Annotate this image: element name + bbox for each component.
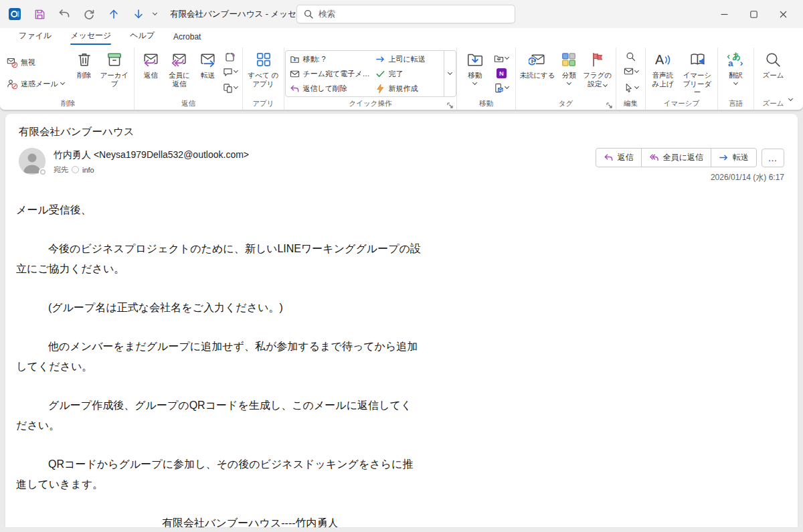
- message-body: メール受信後、 今後のビジネスプロジェクトのために、新しいLINEワーキンググル…: [16, 200, 421, 527]
- translate-button[interactable]: あa 翻訳: [721, 49, 751, 84]
- magnifier-icon: [764, 51, 782, 69]
- read-aloud-button[interactable]: A 音声読み上げ: [648, 49, 677, 88]
- follow-up-flag-button[interactable]: フラグの設定: [582, 49, 613, 88]
- redo-button[interactable]: [82, 7, 96, 21]
- search-box[interactable]: [296, 5, 515, 23]
- quickstep-team-email-button[interactable]: チーム宛て電子メ…: [290, 69, 375, 79]
- actions-doc-icon: [494, 83, 504, 93]
- check-icon: [375, 69, 385, 79]
- body-paragraph: 今後のビジネスプロジェクトのために、新しいLINEワーキンググループの設立にご協…: [16, 239, 421, 279]
- maximize-button[interactable]: [739, 3, 768, 25]
- ribbon-group-language: あa 翻訳 言語: [717, 48, 753, 110]
- title-bar: 有限会社バンブーハウス - メッセージ (HTML 形…: [0, 0, 803, 28]
- move-up-button[interactable]: [107, 7, 120, 21]
- tab-file[interactable]: ファイル: [11, 27, 60, 46]
- ribbon-group-quick-steps: 移動: ? 上司に転送 チーム宛て電子メ…: [284, 48, 456, 110]
- archive-button[interactable]: アーカイブ: [99, 49, 130, 88]
- actions-button[interactable]: [494, 81, 509, 94]
- delete-button[interactable]: 削除: [70, 49, 99, 80]
- message-action-group: 返信 全員に返信 転送: [596, 148, 757, 167]
- select-button[interactable]: [624, 81, 638, 94]
- categorize-button[interactable]: 分類: [556, 49, 582, 84]
- mark-unread-button[interactable]: 未読にする: [519, 49, 556, 80]
- chevron-down-icon: [603, 82, 608, 86]
- more-actions-button[interactable]: …: [762, 149, 784, 167]
- ribbon-group-zoom: ズーム ズーム: [753, 48, 792, 110]
- recipient-name[interactable]: info: [82, 166, 94, 174]
- chevron-down-icon: [447, 70, 452, 75]
- message-header: 竹内勇人 <Neysa1979Della532@outlook.com> 宛先 …: [19, 148, 784, 183]
- categorize-icon: [560, 51, 577, 69]
- junk-person-icon: [7, 78, 18, 90]
- qat-customize-chevron-icon[interactable]: [153, 11, 157, 15]
- quickstep-done-button[interactable]: 完了: [375, 69, 442, 79]
- forward-button[interactable]: 転送: [194, 49, 221, 80]
- envelope-icon: [624, 66, 634, 76]
- screens-icon: [223, 83, 233, 93]
- group-label-quick-steps: クイック操作: [287, 98, 454, 110]
- quickstep-reply-delete-button[interactable]: 返信して削除: [290, 84, 375, 94]
- zoom-button[interactable]: ズーム: [758, 49, 789, 80]
- immersive-reader-icon: [689, 51, 707, 69]
- arrow-right-icon: [375, 54, 385, 64]
- window-controls: [709, 3, 798, 25]
- reply-arrow-icon: [290, 84, 300, 94]
- reply-all-action-button[interactable]: 全員に返信: [641, 149, 711, 167]
- quickstep-move-button[interactable]: 移動: ?: [290, 54, 375, 64]
- outlook-logo-icon: [8, 7, 21, 21]
- outlook-message-window: 有限会社バンブーハウス - メッセージ (HTML 形… ファイル メッセージ …: [0, 0, 803, 532]
- reply-all-envelope-icon: [170, 51, 188, 69]
- save-button[interactable]: [33, 7, 46, 21]
- chat-reply-button[interactable]: [223, 65, 238, 78]
- close-button[interactable]: [768, 3, 798, 25]
- ignore-button[interactable]: 無視: [7, 56, 68, 69]
- reply-envelope-icon: [142, 51, 160, 69]
- quick-steps-dialog-launcher[interactable]: [446, 100, 454, 108]
- ribbon-tab-row: ファイル メッセージ ヘルプ Acrobat: [0, 28, 803, 46]
- svg-text:N: N: [499, 70, 504, 77]
- onenote-button[interactable]: N: [497, 68, 507, 78]
- tab-acrobat[interactable]: Acrobat: [165, 29, 209, 46]
- reply-button[interactable]: 返信: [137, 49, 165, 80]
- quickstep-create-new-button[interactable]: 新規作成: [375, 84, 442, 94]
- move-button[interactable]: 移動: [460, 49, 490, 84]
- sender-avatar[interactable]: [19, 148, 46, 175]
- meeting-reply-button[interactable]: [225, 52, 236, 62]
- translate-icon: あa: [727, 51, 745, 69]
- quickstep-forward-manager-button[interactable]: 上司に転送: [375, 54, 442, 64]
- ribbon-group-respond: 返信 全員に返信 転送: [134, 48, 242, 110]
- forward-action-button[interactable]: 転送: [711, 149, 756, 167]
- tab-help[interactable]: ヘルプ: [122, 27, 163, 46]
- reply-action-button[interactable]: 返信: [596, 149, 641, 167]
- group-label-tags: タグ: [519, 98, 613, 110]
- ribbon: 無視 迷惑メール 削除: [0, 46, 803, 110]
- body-paragraph: (グループ名は正式な会社名をご入力ください。): [16, 298, 421, 318]
- sender-name-email: 竹内勇人 <Neysa1979Della532@outlook.com>: [54, 149, 249, 161]
- undo-button[interactable]: [58, 7, 71, 21]
- search-input[interactable]: [319, 9, 508, 19]
- tab-message[interactable]: メッセージ: [62, 27, 119, 46]
- chevron-down-icon: [472, 80, 477, 84]
- junk-mail-button[interactable]: 迷惑メール: [7, 77, 68, 90]
- minimize-button[interactable]: [709, 3, 739, 25]
- all-apps-button[interactable]: すべて の アプリ: [246, 49, 281, 88]
- move-down-button[interactable]: [132, 7, 145, 21]
- immersive-reader-button[interactable]: イマーシブリーダー: [680, 49, 715, 96]
- chevron-down-icon: [505, 84, 509, 89]
- rules-button[interactable]: [494, 52, 509, 65]
- share-to-teams-button[interactable]: [223, 81, 238, 94]
- chevron-down-icon: [234, 68, 238, 73]
- chevron-down-icon: [634, 68, 638, 72]
- tags-dialog-launcher[interactable]: [606, 100, 614, 108]
- body-paragraph: メール受信後、: [16, 200, 421, 220]
- reply-all-button[interactable]: 全員に返信: [165, 49, 195, 88]
- chat-bubble-icon: [223, 67, 233, 77]
- svg-text:あ: あ: [732, 51, 741, 61]
- presence-indicator: [39, 168, 47, 176]
- find-button[interactable]: [626, 52, 636, 62]
- related-mail-button[interactable]: [624, 65, 638, 78]
- group-label-immersive: イマーシブ: [648, 98, 715, 110]
- envelope-icon: [290, 69, 300, 79]
- quick-steps-more-button[interactable]: [444, 51, 456, 96]
- apps-grid-icon: [255, 51, 272, 69]
